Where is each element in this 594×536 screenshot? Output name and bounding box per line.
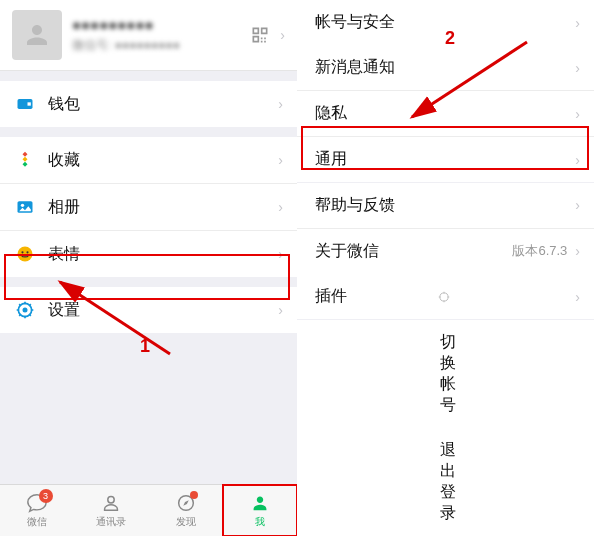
tab-contacts[interactable]: 通讯录 [74,485,148,536]
wallet-icon [14,93,36,115]
chevron-right-icon: › [575,152,580,168]
switch-account-label: 切换帐号 [440,332,456,416]
chevron-right-icon: › [575,243,580,259]
chevron-right-icon: › [575,289,580,305]
chevron-right-icon: › [575,15,580,31]
contacts-icon [100,492,122,514]
chevron-right-icon: › [278,152,283,168]
svg-point-4 [18,247,33,262]
wallet-label: 钱包 [48,94,272,115]
settings-screen: 帐号与安全 › 新消息通知 › 隐私 › 通用 › 帮助与反馈 › 关于微信 版… [297,0,594,536]
wallet-item[interactable]: 钱包 › [0,81,297,127]
avatar [12,10,62,60]
tab-chat[interactable]: 3 微信 [0,485,74,536]
account-security-label: 帐号与安全 [315,12,569,33]
emoji-icon [14,243,36,265]
qr-icon [250,25,270,45]
general-label: 通用 [315,149,569,170]
tab-bar: 3 微信 通讯录 发现 我 [0,484,297,536]
me-icon [249,492,271,514]
about-item[interactable]: 关于微信 版本6.7.3 › [297,229,594,274]
profile-id: 微信号: ●●●●●●●●● [72,37,246,54]
switch-account-item[interactable]: 切换帐号 [297,320,594,428]
person-icon [22,20,52,50]
qr-code-button[interactable] [246,21,274,49]
account-security-item[interactable]: 帐号与安全 › [297,0,594,45]
svg-rect-1 [28,102,31,105]
tab-contacts-label: 通讯录 [96,515,126,529]
discover-dot [190,491,198,499]
tab-discover[interactable]: 发现 [149,485,223,536]
favorites-item[interactable]: 收藏 › [0,137,297,184]
chat-badge: 3 [39,489,53,503]
about-version: 版本6.7.3 [512,242,567,260]
new-message-notify-label: 新消息通知 [315,57,569,78]
svg-point-6 [26,251,28,253]
chevron-right-icon: › [278,199,283,215]
privacy-item[interactable]: 隐私 › [297,91,594,137]
album-icon [14,196,36,218]
logout-label: 退出登录 [440,440,456,524]
plugins-item[interactable]: 插件 › [297,274,594,319]
svg-point-8 [23,308,28,313]
emoji-label: 表情 [48,244,272,265]
favorites-icon [14,149,36,171]
new-message-notify-item[interactable]: 新消息通知 › [297,45,594,91]
chevron-right-icon: › [575,197,580,213]
profile-name: ●●●●●●●●● [72,16,246,33]
favorites-label: 收藏 [48,150,272,171]
svg-point-3 [21,204,24,207]
album-item[interactable]: 相册 › [0,184,297,231]
album-label: 相册 [48,197,272,218]
chevron-right-icon: › [278,96,283,112]
chevron-right-icon: › [278,302,283,318]
tab-me[interactable]: 我 [223,485,297,536]
svg-point-5 [21,251,23,253]
general-item[interactable]: 通用 › [297,137,594,182]
settings-item[interactable]: 设置 › [0,287,297,333]
chevron-right-icon: › [278,246,283,262]
logout-item[interactable]: 退出登录 [297,428,594,536]
tab-me-label: 我 [255,515,265,529]
emoji-item[interactable]: 表情 › [0,231,297,277]
help-feedback-label: 帮助与反馈 [315,195,569,216]
tab-chat-label: 微信 [27,515,47,529]
chevron-right-icon: › [575,106,580,122]
profile-row[interactable]: ●●●●●●●●● 微信号: ●●●●●●●●● › [0,0,297,71]
settings-label: 设置 [48,300,272,321]
chevron-right-icon: › [280,27,285,43]
help-feedback-item[interactable]: 帮助与反馈 › [297,183,594,229]
plugins-label: 插件 [315,286,433,307]
tab-discover-label: 发现 [176,515,196,529]
svg-point-11 [440,293,448,301]
settings-icon [14,299,36,321]
about-label: 关于微信 [315,241,512,262]
me-tab-screen: ●●●●●●●●● 微信号: ●●●●●●●●● › 钱包 › 收藏 › [0,0,297,536]
plugin-icon [437,290,451,304]
privacy-label: 隐私 [315,103,569,124]
profile-text: ●●●●●●●●● 微信号: ●●●●●●●●● [72,16,246,54]
chevron-right-icon: › [575,60,580,76]
